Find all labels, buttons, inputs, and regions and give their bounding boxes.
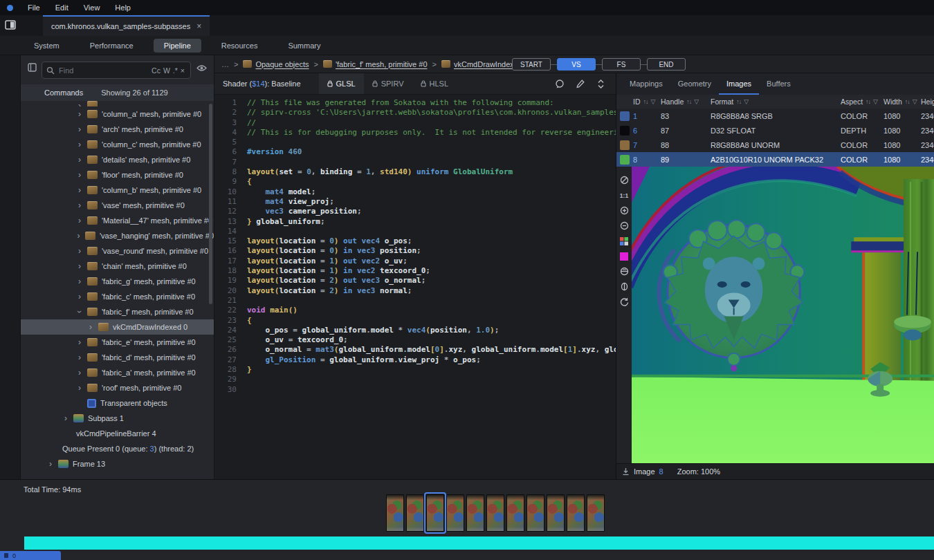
edit-pencil-icon[interactable] (575, 79, 585, 89)
tree-item[interactable]: ›'Material__47' mesh, primitive #0 (21, 213, 214, 228)
download-icon[interactable] (622, 467, 630, 476)
fit-icon[interactable] (619, 175, 630, 185)
frame-thumbnail[interactable] (547, 494, 565, 532)
cell-id[interactable]: 7 (633, 141, 661, 149)
chevron-right-icon[interactable]: › (76, 383, 83, 393)
glsl-source-editor[interactable]: 1// This file was generated from Sokatoa… (214, 95, 616, 479)
chevron-right-icon[interactable]: › (76, 140, 83, 149)
chevron-right-icon[interactable]: › (76, 155, 83, 165)
resource-tab-buffers[interactable]: Buffers (759, 73, 798, 95)
breadcrumb-collapsed[interactable]: … (221, 60, 229, 68)
chevron-right-icon[interactable]: › (76, 261, 83, 271)
tree-item[interactable]: ›'fabric_a' mesh, primitive #0 (21, 365, 214, 380)
image-id-link[interactable]: 7 (633, 141, 637, 149)
shader-tab-glsl[interactable]: GLSL (319, 73, 364, 94)
tree-item[interactable]: ›'roof' mesh, primitive #0 (21, 380, 214, 395)
flip-vertical-icon[interactable] (619, 266, 630, 277)
menu-file[interactable]: File (21, 2, 46, 13)
tree-item[interactable]: ›'fabric_c' mesh, primitive #0 (21, 289, 214, 304)
search-option-2[interactable]: .* (172, 66, 179, 75)
table-row[interactable]: 788R8G8B8A8 UNORMCOLOR10802340 (616, 138, 934, 152)
cell-id[interactable]: 1 (633, 112, 661, 120)
expand-collapse-icon[interactable] (596, 79, 606, 89)
image-id-link[interactable]: 1 (633, 112, 637, 120)
cell-id[interactable]: 8 (633, 156, 661, 164)
frame-thumbnail[interactable] (446, 494, 464, 532)
sort-icon[interactable]: ↑↓ (686, 98, 691, 105)
menu-view[interactable]: View (77, 2, 107, 13)
breadcrumb-item[interactable]: 'fabric_f' mesh, primitive #0 (323, 60, 428, 68)
sort-icon[interactable]: ↑↓ (905, 98, 910, 105)
tree-item[interactable]: › (21, 101, 214, 106)
viewer-canvas[interactable] (632, 167, 934, 463)
chevron-right-icon[interactable]: › (76, 109, 83, 119)
tree-item[interactable]: ›Frame 13 (21, 456, 214, 472)
comment-icon[interactable] (554, 79, 565, 89)
filter-icon[interactable]: ▽ (694, 98, 699, 105)
chevron-right-icon[interactable]: › (76, 124, 83, 134)
zoom-in-icon[interactable] (619, 205, 630, 216)
tab-resources[interactable]: Resources (211, 39, 268, 53)
chevron-right-icon[interactable]: › (76, 337, 83, 347)
search-option-1[interactable]: W (162, 66, 172, 75)
chevron-right-icon[interactable]: › (76, 170, 83, 180)
image-id-link[interactable]: 8 (633, 156, 637, 164)
chevron-down-icon[interactable]: › (75, 308, 84, 315)
tree-item[interactable]: ›'fabric_f' mesh, primitive #0 (21, 304, 214, 319)
color-swatch[interactable] (619, 251, 630, 261)
shader-id-link[interactable]: $14 (252, 80, 264, 88)
resource-tab-geometry[interactable]: Geometry (670, 73, 719, 95)
chevron-right-icon[interactable]: › (76, 246, 83, 256)
tab-summary[interactable]: Summary (277, 39, 331, 53)
frame-thumbnail-selected[interactable] (426, 494, 444, 532)
frame-thumbnail[interactable] (526, 494, 544, 532)
close-icon[interactable]: × (196, 21, 201, 31)
tree-item[interactable]: Queue Present 0 (queue: 3) (thread: 2) (21, 441, 214, 456)
frame-thumbnail[interactable] (587, 494, 605, 532)
frame-thumbnail[interactable] (406, 494, 424, 532)
tree-item[interactable]: ›'vase_hanging' mesh, primitive #0 (21, 228, 214, 243)
eye-icon[interactable] (196, 64, 207, 72)
column-header-handle[interactable]: Handle↑↓▽ (661, 97, 711, 106)
column-header-width[interactable]: Width↑↓▽ (883, 97, 921, 106)
menu-edit[interactable]: Edit (49, 2, 75, 13)
table-row[interactable]: 687D32 SFLOATDEPTH10802340 (616, 123, 934, 138)
chevron-right-icon[interactable]: › (47, 459, 54, 469)
frame-thumbnail[interactable] (506, 494, 524, 532)
shader-tab-hlsl[interactable]: HLSL (412, 73, 457, 94)
image-id-link[interactable]: 6 (633, 127, 637, 135)
actual-size-icon[interactable]: 1:1 (619, 190, 630, 200)
channels-icon[interactable] (619, 236, 630, 246)
list-panel-icon[interactable] (28, 63, 37, 72)
zoom-out-icon[interactable] (619, 221, 630, 231)
stage-vs-button[interactable]: VS (557, 58, 596, 71)
stage-start-button[interactable]: START (512, 58, 551, 71)
frame-thumbnail[interactable] (567, 494, 585, 532)
chevron-right-icon[interactable]: › (76, 277, 83, 286)
tab-performance[interactable]: Performance (80, 39, 144, 53)
chevron-right-icon[interactable]: › (76, 185, 83, 195)
stage-fs-button[interactable]: FS (602, 58, 641, 71)
chevron-right-icon[interactable]: › (76, 368, 83, 377)
panel-toggle-icon[interactable] (5, 20, 16, 30)
sort-icon[interactable]: ↑↓ (866, 98, 870, 105)
tab-pipeline[interactable]: Pipeline (154, 39, 201, 53)
stage-end-button[interactable]: END (647, 58, 686, 71)
menu-help[interactable]: Help (109, 2, 137, 13)
tree-item[interactable]: Transparent objects (21, 395, 214, 411)
search-input[interactable] (59, 66, 146, 75)
tree-item[interactable]: ›'arch' mesh, primitive #0 (21, 122, 214, 137)
filter-icon[interactable]: ▽ (744, 98, 749, 105)
shader-tab-spirv[interactable]: SPIRV (364, 73, 412, 94)
chevron-right-icon[interactable]: › (76, 231, 81, 241)
column-header-aspect[interactable]: Aspect↑↓▽ (841, 97, 883, 106)
chevron-right-icon[interactable]: › (62, 413, 69, 423)
flip-horizontal-icon[interactable] (619, 281, 630, 292)
chevron-right-icon[interactable]: › (76, 216, 83, 225)
sidebar-scrollbar[interactable] (209, 104, 212, 304)
tree-item[interactable]: ›'fabric_d' mesh, primitive #0 (21, 350, 214, 365)
sort-icon[interactable]: ↑↓ (736, 98, 741, 105)
chevron-right-icon[interactable]: › (76, 101, 83, 106)
filter-icon[interactable]: ▽ (913, 98, 917, 105)
tree-item[interactable]: ›'chain' mesh, primitive #0 (21, 259, 214, 274)
